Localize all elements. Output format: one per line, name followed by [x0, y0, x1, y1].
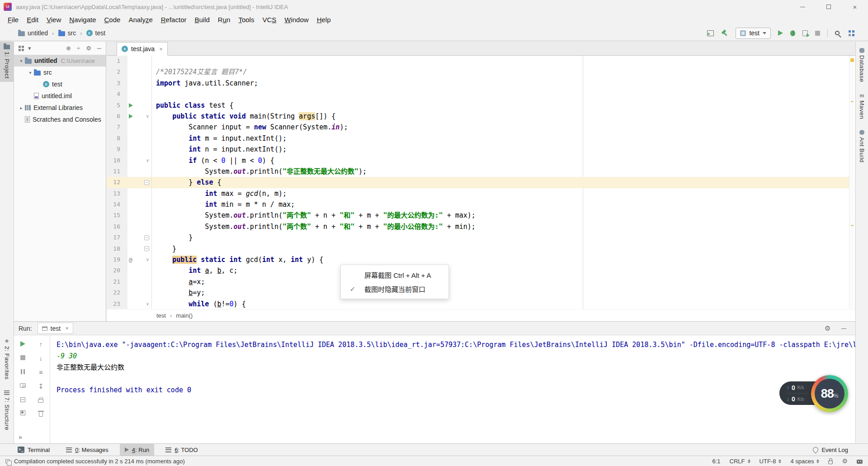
- breadcrumb-untitled[interactable]: untitled: [16, 29, 50, 38]
- warning-stripe-mark[interactable]: [851, 225, 854, 226]
- code-line-13[interactable]: 13 int max = gcd(n, m);: [107, 188, 849, 199]
- stripe-project-button[interactable]: 1: Project: [0, 42, 14, 82]
- settings-gear-icon[interactable]: ⚙: [825, 324, 830, 333]
- memory-dump-icon[interactable]: [20, 397, 25, 402]
- code-line-22[interactable]: 22 b=y;: [107, 287, 849, 298]
- run-configuration-dropdown[interactable]: test: [736, 28, 771, 39]
- tree-chevron-icon[interactable]: ▾: [18, 58, 25, 63]
- collapse-all-icon[interactable]: ÷: [77, 45, 80, 52]
- tree-chevron-icon[interactable]: ▾: [27, 70, 34, 75]
- settings-gear-icon[interactable]: ⚙: [86, 45, 91, 52]
- hide-panel-icon[interactable]: ─: [97, 45, 101, 52]
- status-message-icon[interactable]: [5, 459, 9, 463]
- close-button[interactable]: ×: [842, 0, 868, 14]
- rerun-icon[interactable]: [20, 341, 25, 347]
- menu-vcs[interactable]: VCS: [258, 16, 280, 24]
- soft-wrap-icon[interactable]: ≡: [39, 369, 42, 376]
- code-line-16[interactable]: 16 System.out.println("两个数" + n + "和" + …: [107, 221, 849, 232]
- code-line-1[interactable]: 1: [107, 56, 849, 67]
- editor-scrollbar[interactable]: [849, 56, 855, 309]
- breadcrumb-method[interactable]: main(): [176, 312, 193, 319]
- project-view-chevron-icon[interactable]: ▾: [28, 45, 31, 52]
- code-line-5[interactable]: 5public class test {: [107, 100, 849, 111]
- locate-file-icon[interactable]: ⊕: [66, 45, 71, 52]
- error-stripe-mark[interactable]: [850, 58, 854, 62]
- menu-navigate[interactable]: Navigate: [65, 16, 100, 24]
- fold-marker[interactable]: ∨: [137, 302, 151, 306]
- scroll-to-end-icon[interactable]: ↧: [38, 383, 43, 390]
- menu-view[interactable]: View: [42, 16, 65, 24]
- code-line-23[interactable]: 23∨ while (b!=0) {: [107, 299, 849, 309]
- code-line-11[interactable]: 11 System.out.println("非正整数无最大公约数");: [107, 166, 849, 177]
- popup-item-hide-window[interactable]: ✓ 截图时隐藏当前窗口: [341, 282, 448, 296]
- code-line-4[interactable]: 4: [107, 89, 849, 100]
- menu-build[interactable]: Build: [190, 16, 213, 24]
- editor-tab-test-java[interactable]: c test.java ×: [117, 42, 168, 56]
- readonly-lock-icon[interactable]: [828, 461, 833, 464]
- code-line-10[interactable]: 10∨ if (n < 0 || m < 0) {: [107, 155, 849, 166]
- project-view-icon[interactable]: [19, 46, 21, 48]
- project-structure-icon[interactable]: [849, 30, 851, 33]
- tool-tab-6-todo[interactable]: 6: TODO: [160, 444, 203, 456]
- tree-row-src[interactable]: ▾src: [14, 67, 106, 78]
- tree-chevron-icon[interactable]: ▸: [18, 105, 25, 110]
- code-line-19[interactable]: 19@∨ public static int gcd(int x, int y)…: [107, 254, 849, 265]
- tree-row-untitled-iml[interactable]: untitled.iml: [14, 90, 106, 102]
- close-tab-icon[interactable]: ×: [65, 325, 69, 332]
- fold-marker[interactable]: ∨: [137, 257, 151, 262]
- line-ending-selector[interactable]: CRLF: [730, 458, 750, 465]
- stripe-maven-button[interactable]: mMaven: [859, 93, 865, 119]
- menu-run[interactable]: Run: [214, 16, 235, 24]
- clear-all-icon[interactable]: [39, 412, 43, 417]
- warning-stripe-mark[interactable]: [851, 101, 854, 102]
- tree-row-scratches-and-consoles[interactable]: Scratches and Consoles: [14, 114, 106, 125]
- tree-row-untitled[interactable]: ▾untitledC:\Users\ace: [14, 55, 106, 67]
- menu-window[interactable]: Window: [280, 16, 312, 24]
- run-tab-test[interactable]: test ×: [38, 323, 73, 334]
- menu-help[interactable]: Help: [313, 16, 335, 24]
- screenshot-icon[interactable]: [20, 383, 26, 388]
- tree-row-test[interactable]: ctest: [14, 78, 106, 90]
- encoding-selector[interactable]: UTF-8: [760, 458, 782, 465]
- fold-marker[interactable]: −: [137, 180, 151, 185]
- minimize-button[interactable]: [789, 0, 816, 14]
- code-line-6[interactable]: 6∨ public static void main(String args[]…: [107, 111, 849, 122]
- settings-gear-icon[interactable]: ⚙: [842, 457, 848, 465]
- tool-tab-0-messages[interactable]: 0: Messages: [61, 444, 113, 456]
- pause-icon[interactable]: [21, 369, 25, 374]
- menu-tools[interactable]: Tools: [234, 16, 258, 24]
- run-console[interactable]: E:\bin\java.exe "-javaagent:C:\Program F…: [50, 336, 868, 443]
- print-icon[interactable]: [38, 399, 43, 403]
- code-line-3[interactable]: 3import java.util.Scanner;: [107, 78, 849, 89]
- code-line-21[interactable]: 21 a=x;: [107, 276, 849, 287]
- ide-robot-icon[interactable]: [857, 460, 863, 464]
- breadcrumb-test[interactable]: c test: [85, 29, 108, 38]
- code-line-18[interactable]: 18− }: [107, 243, 849, 254]
- restore-layout-icon[interactable]: [20, 410, 25, 415]
- hide-panel-icon[interactable]: ─: [841, 324, 846, 332]
- code-line-7[interactable]: 7 Scanner input = new Scanner(System.in)…: [107, 122, 849, 133]
- popup-item-screenshot[interactable]: 屏幕截图 Ctrl + Alt + A: [341, 268, 448, 282]
- speed-overlay-widget[interactable]: ↑ 0 K/s ↓ 0 K/s 88 %: [779, 374, 852, 414]
- code-line-12[interactable]: 12− } else {: [107, 177, 849, 188]
- run-line-button[interactable]: [125, 114, 137, 119]
- menu-file[interactable]: File: [4, 16, 23, 24]
- maximize-button[interactable]: [816, 0, 842, 14]
- indent-selector[interactable]: 4 spaces: [790, 458, 819, 465]
- fold-marker[interactable]: −: [137, 235, 151, 240]
- fold-marker[interactable]: ∨: [137, 158, 151, 163]
- stop-button[interactable]: [815, 31, 820, 36]
- code-line-14[interactable]: 14 int min = m * n / max;: [107, 199, 849, 210]
- down-stack-icon[interactable]: ↓: [39, 355, 42, 361]
- code-line-15[interactable]: 15 System.out.println("两个数" + n + "和" + …: [107, 210, 849, 221]
- code-line-20[interactable]: 20 int a, b, c;: [107, 265, 849, 276]
- code-line-9[interactable]: 9 int n = input.nextInt();: [107, 144, 849, 155]
- menu-analyze[interactable]: Analyze: [124, 16, 156, 24]
- code-line-8[interactable]: 8 int m = input.nextInt();: [107, 133, 849, 144]
- toolwindow-toggle-icon[interactable]: [707, 30, 714, 36]
- menu-code[interactable]: Code: [100, 16, 125, 24]
- stripe-ant-build-button[interactable]: Ant Build: [859, 130, 865, 163]
- up-stack-icon[interactable]: ↑: [39, 341, 42, 347]
- code-line-2[interactable]: 2/*20175224艾星言 题目7*/: [107, 67, 849, 77]
- stripe-structure-button[interactable]: 7: Structure: [0, 387, 14, 433]
